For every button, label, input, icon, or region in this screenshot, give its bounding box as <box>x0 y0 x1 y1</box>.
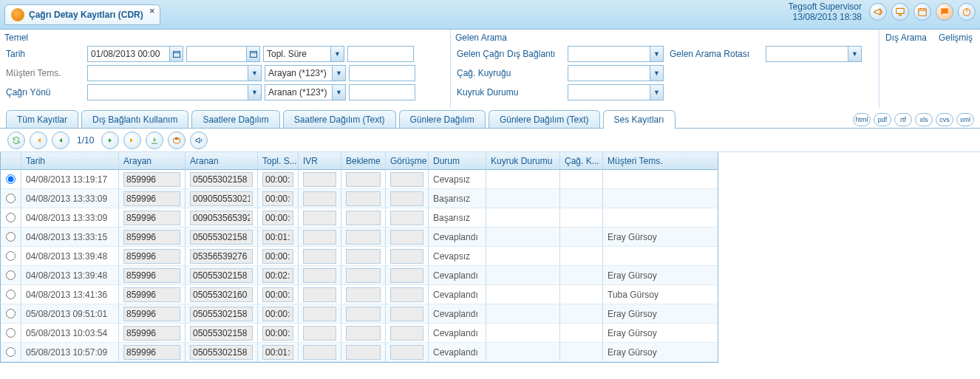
row-selector[interactable] <box>1 285 21 304</box>
export-pdf[interactable]: pdf <box>874 113 891 126</box>
subtab[interactable]: Günlere Dağılım (Text) <box>489 110 600 128</box>
table-row[interactable]: 05/08/2013 10:03:54CevaplandıEray Gürsoy <box>1 324 718 343</box>
row-radio[interactable] <box>6 309 16 318</box>
column-header[interactable]: Müşteri Tems. <box>603 152 714 169</box>
column-header[interactable]: Durum <box>429 152 486 169</box>
subtab[interactable]: Tüm Kayıtlar <box>6 110 78 128</box>
calendar-picker-icon[interactable] <box>169 47 183 61</box>
cell-input-bekleme[interactable] <box>346 191 381 206</box>
row-selector[interactable] <box>1 228 21 246</box>
cell-input-bekleme[interactable] <box>346 326 381 341</box>
cell-input-gorusme[interactable] <box>390 172 423 187</box>
first-page-button[interactable] <box>30 132 47 149</box>
chevron-down-icon[interactable]: ▼ <box>650 66 663 81</box>
refresh-button[interactable] <box>7 132 25 149</box>
input-topl-sure[interactable] <box>347 46 414 62</box>
row-radio[interactable] <box>6 213 16 222</box>
cell-input-aranan[interactable] <box>190 287 253 302</box>
subtab[interactable]: Günlere Dağılım <box>399 110 486 128</box>
combo-topl-sure[interactable]: Topl. Süre▼ <box>263 46 344 62</box>
input-arayan[interactable] <box>349 65 415 81</box>
cell-input-ivr[interactable] <box>303 326 336 341</box>
row-radio[interactable] <box>6 270 16 280</box>
table-row[interactable]: 05/08/2013 09:51:01CevaplandıEray Gürsoy <box>1 304 718 324</box>
cell-input-topls[interactable] <box>262 326 293 341</box>
row-radio[interactable] <box>6 174 16 184</box>
column-header[interactable]: Kuyruk Durumu <box>486 152 560 169</box>
row-radio[interactable] <box>6 347 16 357</box>
subtab[interactable]: Saatlere Dağılım <box>191 110 279 128</box>
cell-input-topls[interactable] <box>262 191 293 206</box>
cell-input-gorusme[interactable] <box>390 249 423 264</box>
combo-aranan[interactable]: Aranan (*123*)▼ <box>265 84 346 100</box>
subtab[interactable]: Saatlere Dağılım (Text) <box>283 110 396 128</box>
cell-input-topls[interactable] <box>262 345 293 360</box>
cell-input-gorusme[interactable] <box>390 287 423 302</box>
table-row[interactable]: 05/08/2013 10:57:09CevaplandıEray Gürsoy <box>1 343 718 362</box>
chevron-down-icon[interactable]: ▼ <box>248 66 261 81</box>
chevron-down-icon[interactable]: ▼ <box>332 85 345 100</box>
cell-input-topls[interactable] <box>262 307 293 321</box>
combo-dis-baglanti[interactable]: ▼ <box>568 46 664 62</box>
cell-input-arayan[interactable] <box>123 307 180 321</box>
cell-input-ivr[interactable] <box>303 307 336 321</box>
chevron-down-icon[interactable]: ▼ <box>650 85 663 100</box>
cell-input-bekleme[interactable] <box>346 307 381 321</box>
column-header[interactable]: Bekleme <box>341 152 386 169</box>
cell-input-bekleme[interactable] <box>346 230 381 245</box>
row-radio[interactable] <box>6 251 16 261</box>
input-aranan[interactable] <box>349 84 415 100</box>
cell-input-aranan[interactable] <box>190 326 253 341</box>
cell-input-aranan[interactable] <box>190 230 253 245</box>
cell-input-gorusme[interactable] <box>390 345 423 360</box>
cell-input-aranan[interactable] <box>190 191 253 206</box>
package-button[interactable] <box>168 132 186 149</box>
cell-input-ivr[interactable] <box>303 345 336 360</box>
cell-input-topls[interactable] <box>262 172 293 187</box>
cell-input-arayan[interactable] <box>123 172 180 187</box>
power-icon[interactable] <box>958 3 976 21</box>
column-header[interactable]: Çağ. K... <box>560 152 603 169</box>
cell-input-bekleme[interactable] <box>346 268 381 283</box>
cell-input-topls[interactable] <box>262 230 293 245</box>
row-selector[interactable] <box>1 189 21 208</box>
cell-input-arayan[interactable] <box>123 345 180 360</box>
cell-input-aranan[interactable] <box>190 249 253 264</box>
row-selector[interactable] <box>1 304 21 323</box>
next-page-button[interactable] <box>101 132 119 149</box>
last-page-button[interactable] <box>123 132 141 149</box>
input-tarih-from[interactable]: 01/08/2013 00:00 <box>87 46 183 62</box>
cell-input-arayan[interactable] <box>123 287 180 302</box>
cell-input-bekleme[interactable] <box>346 172 381 187</box>
calendar-picker-icon[interactable] <box>246 47 259 61</box>
table-row[interactable]: 04/08/2013 13:33:09Başarısız <box>1 189 718 208</box>
table-row[interactable]: 04/08/2013 13:33:09Başarısız <box>1 208 718 228</box>
cell-input-gorusme[interactable] <box>390 191 423 206</box>
row-selector[interactable] <box>1 247 21 265</box>
row-selector[interactable] <box>1 343 21 361</box>
chevron-down-icon[interactable]: ▼ <box>248 85 261 100</box>
column-header[interactable]: IVR <box>299 152 341 169</box>
cell-input-topls[interactable] <box>262 249 293 264</box>
cell-input-arayan[interactable] <box>123 268 180 283</box>
table-row[interactable]: 04/08/2013 13:39:48CevaplandıEray Gürsoy <box>1 266 718 285</box>
cell-input-bekleme[interactable] <box>346 345 381 360</box>
export-cvs[interactable]: cvs <box>936 113 953 126</box>
column-header[interactable]: Arayan <box>119 152 186 169</box>
cell-input-ivr[interactable] <box>303 249 336 264</box>
cell-input-arayan[interactable] <box>123 211 180 225</box>
cell-input-aranan[interactable] <box>190 345 253 360</box>
combo-cagri-yonu[interactable]: ▼ <box>87 84 262 100</box>
prev-page-button[interactable] <box>52 132 69 149</box>
cell-input-arayan[interactable] <box>123 249 180 264</box>
cell-input-aranan[interactable] <box>190 211 253 225</box>
column-header[interactable]: Topl. S... <box>258 152 299 169</box>
table-row[interactable]: 04/08/2013 13:33:15CevaplandıEray Gürsoy <box>1 228 718 247</box>
cell-input-bekleme[interactable] <box>346 249 381 264</box>
combo-arayan[interactable]: Arayan (*123*)▼ <box>265 65 346 81</box>
cell-input-topls[interactable] <box>262 211 293 225</box>
row-radio[interactable] <box>6 194 16 203</box>
screen-icon[interactable] <box>891 3 909 21</box>
calendar-icon[interactable] <box>913 3 931 21</box>
combo-kuyruk[interactable]: ▼ <box>568 65 664 81</box>
